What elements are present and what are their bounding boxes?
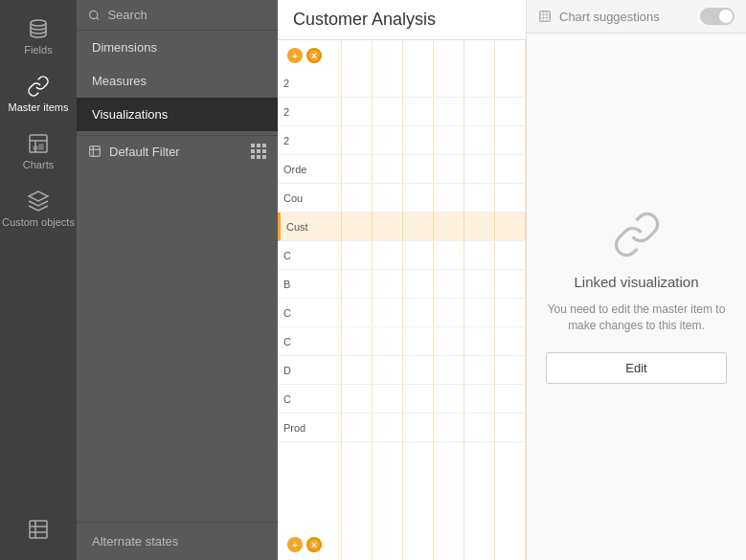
- top-controls: + ×: [287, 48, 322, 63]
- row-6: C: [278, 241, 526, 270]
- chart-suggestions-icon: [538, 10, 552, 23]
- sidebar-item-master-items[interactable]: Master items: [0, 65, 77, 123]
- svg-point-5: [90, 11, 98, 18]
- right-panel-header: Chart suggestions: [527, 0, 746, 34]
- sidebar-item-variables[interactable]: [0, 508, 77, 550]
- edit-button[interactable]: Edit: [546, 352, 727, 384]
- filter-item[interactable]: Default Filter: [77, 135, 278, 167]
- nav-item-visualizations[interactable]: Visualizations: [77, 98, 278, 131]
- row-9: C: [278, 327, 526, 356]
- svg-rect-6: [90, 146, 101, 157]
- nav-item-dimensions[interactable]: Dimensions: [77, 31, 278, 64]
- row-11: C: [278, 385, 526, 414]
- charts-label: Charts: [23, 159, 54, 170]
- filter-label: Default Filter: [109, 145, 180, 159]
- svg-rect-1: [30, 135, 47, 152]
- grid-dots-icon[interactable]: [251, 144, 266, 159]
- right-panel: Chart suggestions Linked visualization Y…: [526, 0, 746, 560]
- row-labels: 2 2 2 Orde Cou Cust C B C C D C Prod: [278, 69, 526, 531]
- row-7: B: [278, 270, 526, 299]
- main-content: Customer Analysis + × 2 2 2 Orde Cou Cus…: [278, 0, 526, 560]
- row-10: D: [278, 356, 526, 385]
- row-3: Orde: [278, 155, 526, 184]
- master-items-label: Master items: [9, 101, 69, 113]
- row-8: C: [278, 299, 526, 327]
- sidebar-item-custom-objects[interactable]: Custom objects: [0, 180, 77, 237]
- chain-icon: [612, 210, 662, 262]
- bottom-controls: + ×: [287, 537, 322, 552]
- right-panel-title: Chart suggestions: [559, 10, 660, 24]
- row-2: 2: [278, 126, 526, 155]
- svg-rect-7: [540, 11, 551, 22]
- linked-viz-desc: You need to edit the master item to make…: [546, 302, 727, 334]
- custom-objects-label: Custom objects: [2, 216, 75, 228]
- search-input[interactable]: [107, 8, 266, 22]
- chart-area: + × 2 2 2 Orde Cou Cust C B C C D C: [278, 40, 526, 560]
- linked-viz-title: Linked visualization: [574, 274, 698, 290]
- chart-title: Customer Analysis: [278, 0, 526, 40]
- row-12: Prod: [278, 414, 526, 442]
- sidebar-item-fields[interactable]: Fields: [0, 8, 77, 65]
- icon-sidebar: Fields Master items Charts Custom object…: [0, 0, 77, 560]
- chart-suggestions-toggle[interactable]: [700, 8, 735, 25]
- svg-rect-3: [34, 146, 37, 149]
- svg-rect-2: [39, 145, 43, 149]
- row-0: 2: [278, 69, 526, 98]
- nav-item-measures[interactable]: Measures: [77, 64, 278, 98]
- remove-dot-bottom[interactable]: ×: [306, 537, 322, 552]
- remove-dot-top[interactable]: ×: [306, 48, 322, 63]
- linked-viz-content: Linked visualization You need to edit th…: [527, 34, 746, 560]
- search-icon: [88, 9, 100, 22]
- fields-label: Fields: [24, 44, 52, 56]
- items-sidebar: Dimensions Measures Visualizations Defau…: [77, 0, 278, 560]
- add-dot-bottom[interactable]: +: [287, 537, 303, 552]
- svg-rect-4: [30, 521, 47, 538]
- sidebar-item-charts[interactable]: Charts: [0, 123, 77, 180]
- svg-point-0: [31, 20, 46, 26]
- filter-icon: [88, 145, 102, 158]
- add-dot-top[interactable]: +: [287, 48, 303, 63]
- row-1: 2: [278, 98, 526, 126]
- row-4: Cou: [278, 184, 526, 213]
- search-bar: [77, 0, 278, 31]
- row-5: Cust: [278, 213, 526, 241]
- alternate-states[interactable]: Alternate states: [77, 522, 278, 560]
